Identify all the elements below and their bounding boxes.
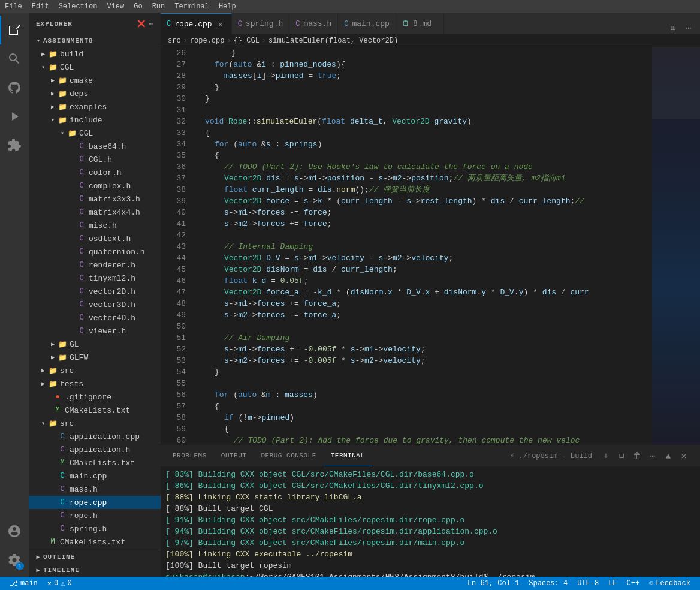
sidebar-item-appcpp[interactable]: ▶ C application.cpp (29, 430, 161, 443)
breadcrumb-cgl[interactable]: {} CGL (234, 37, 260, 45)
sidebar-item-osdh[interactable]: ▶ C osdtext.h (29, 232, 161, 245)
panel-tab-debug[interactable]: DEBUG CONSOLE (254, 445, 323, 466)
sidebar-item-massh[interactable]: ▶ C mass.h (29, 483, 161, 496)
sidebar-item-cmake-root[interactable]: ▶ M CMakeLists.txt (29, 404, 161, 417)
status-line-ending[interactable]: LF (604, 577, 621, 590)
tab-rope-cpp[interactable]: C rope.cpp ✕ (161, 13, 232, 34)
menu-file[interactable]: File (5, 2, 22, 11)
sidebar-item-gl[interactable]: ▶ 📁 GL (29, 338, 161, 351)
ropeh-label: rope.h (70, 511, 156, 520)
panel-tab-problems[interactable]: PROBLEMS (165, 445, 214, 466)
new-file-icon[interactable]: ❌ (137, 20, 146, 28)
sidebar-item-springh[interactable]: ▶ C spring.h (29, 522, 161, 535)
panel-tab-terminal[interactable]: TERMINAL (324, 445, 372, 466)
more-btn[interactable]: ⋯ (682, 21, 695, 34)
sidebar-item-cgl[interactable]: ▾ 📁 CGL (29, 61, 161, 74)
activity-git[interactable] (0, 73, 29, 102)
status-errors[interactable]: ✕ 0 ⚠ 0 (43, 577, 77, 590)
activity-accounts[interactable] (0, 517, 29, 546)
sidebar-item-matrix3h[interactable]: ▶ C matrix3x3.h (29, 192, 161, 206)
sidebar-item-ropeh[interactable]: ▶ C rope.h (29, 509, 161, 522)
sidebar-item-matrix4h[interactable]: ▶ C matrix4x4.h (29, 206, 161, 219)
sidebar-item-cglh[interactable]: ▶ C CGL.h (29, 153, 161, 166)
panel-maximize-btn[interactable]: ▲ (662, 450, 675, 463)
timeline-header[interactable]: ▶ Timeline (29, 564, 161, 577)
menu-selection[interactable]: Selection (59, 2, 98, 11)
panel-tab-output[interactable]: OUTPUT (214, 445, 254, 466)
sidebar-item-apph[interactable]: ▶ C application.h (29, 443, 161, 456)
activity-search[interactable] (0, 44, 29, 73)
sidebar-item-cmake[interactable]: ▶ 📁 cmake (29, 74, 161, 87)
activity-extensions[interactable] (0, 131, 29, 159)
sidebar-item-base64h[interactable]: ▶ C base64.h (29, 140, 161, 153)
sidebar-item-tinyh[interactable]: ▶ C tinyxml2.h (29, 272, 161, 285)
sidebar-item-src-open[interactable]: ▾ 📁 src (29, 417, 161, 430)
sidebar-item-src-top[interactable]: ▶ 📁 src (29, 364, 161, 377)
activity-explorer[interactable] (0, 16, 29, 44)
breadcrumb-src[interactable]: src (168, 37, 181, 45)
menu-help[interactable]: Help (219, 2, 236, 11)
ln-31: 31 (161, 104, 186, 116)
editor-content[interactable]: 26 27 28 29 30 31 32 33 34 35 36 37 38 3… (161, 47, 700, 445)
sidebar-item-deps[interactable]: ▶ 📁 deps (29, 87, 161, 100)
split-editor-btn[interactable]: ⊞ (666, 21, 680, 34)
panel-more-btn[interactable]: ⋯ (646, 450, 659, 463)
panel-add-btn[interactable]: + (599, 450, 612, 463)
menu-go[interactable]: Go (134, 2, 142, 11)
code-area[interactable]: } for(auto &i : pinned_nodes){ masses[i]… (191, 47, 652, 445)
tab-spring-h[interactable]: C spring.h (232, 13, 290, 34)
outline-header[interactable]: ▶ Outline (29, 550, 161, 564)
sidebar-item-quath[interactable]: ▶ C quaternion.h (29, 245, 161, 258)
activity-run[interactable] (0, 102, 29, 131)
panel-close-btn[interactable]: ✕ (677, 450, 690, 463)
titlebar-menu[interactable]: File Edit Selection View Go Run Terminal… (5, 2, 236, 11)
status-feedback[interactable]: ☺ Feedback (644, 577, 695, 590)
minimap-slider[interactable] (652, 47, 700, 119)
status-spaces[interactable]: Spaces: 4 (524, 577, 572, 590)
menu-terminal[interactable]: Terminal (174, 2, 209, 11)
sidebar-item-vec4h[interactable]: ▶ C vector4D.h (29, 311, 161, 324)
menu-run[interactable]: Run (152, 2, 165, 11)
sidebar-header-actions[interactable]: ❌ ⋯ (137, 20, 153, 28)
collapse-all-icon[interactable]: ⋯ (149, 20, 153, 28)
tab-8md[interactable]: 🗒 8.md (396, 13, 444, 34)
sidebar-item-vec3h[interactable]: ▶ C vector3D.h (29, 298, 161, 311)
status-line-col[interactable]: Ln 61, Col 1 (463, 577, 524, 590)
sidebar-item-tests[interactable]: ▶ 📁 tests (29, 377, 161, 390)
sidebar-item-cmake-last[interactable]: ▶ M CMakeLists.txt (29, 535, 161, 549)
sidebar-item-ropecpp[interactable]: ▶ C rope.cpp (29, 496, 161, 509)
status-encoding[interactable]: UTF-8 (572, 577, 604, 590)
activity-settings[interactable]: 1 (0, 546, 29, 574)
sidebar-item-glfw[interactable]: ▶ 📁 GLFW (29, 351, 161, 364)
terminal-content[interactable]: [ 83%] Building CXX object CGL/src/CMake… (161, 466, 700, 577)
sidebar-item-cmake-src[interactable]: ▶ M CMakeLists.txt (29, 456, 161, 469)
sidebar-item-misch[interactable]: ▶ C misc.h (29, 219, 161, 232)
panel-trash-btn[interactable]: 🗑 (630, 450, 644, 463)
tab-mass-h[interactable]: C mass.h (289, 13, 338, 34)
panel-split-btn[interactable]: ⊟ (615, 450, 628, 463)
tab-main-cpp[interactable]: C main.cpp (338, 13, 396, 34)
breadcrumb-ropecpp[interactable]: rope.cpp (190, 37, 225, 45)
tab-rope-cpp-close[interactable]: ✕ (216, 19, 225, 29)
sidebar-item-examples[interactable]: ▶ 📁 examples (29, 100, 161, 113)
sidebar-root[interactable]: ▾ ASSIGNMENT8 (29, 34, 161, 47)
sidebar-item-colorh[interactable]: ▶ C color.h (29, 166, 161, 179)
sidebar-item-maincpp[interactable]: ▶ C main.cpp (29, 469, 161, 483)
sidebar-item-include[interactable]: ▾ 📁 include (29, 113, 161, 127)
sidebar-item-renderh[interactable]: ▶ C renderer.h (29, 258, 161, 272)
sidebar-item-vec2h[interactable]: ▶ C vector2D.h (29, 285, 161, 298)
terminal-shell-label: ⚡ ./ropesim - build (510, 451, 592, 460)
sidebar-item-complexh[interactable]: ▶ C complex.h (29, 179, 161, 192)
sidebar-item-build[interactable]: ▶ 📁 build (29, 47, 161, 61)
sidebar-item-cgl-sub[interactable]: ▾ 📁 CGL (29, 127, 161, 140)
status-language[interactable]: C++ (622, 577, 645, 590)
sidebar-item-gitignore[interactable]: ▶ ● .gitignore (29, 390, 161, 404)
status-branch[interactable]: ⎇ main (5, 577, 43, 590)
breadcrumb-func[interactable]: simulateEuler(float, Vector2D) (268, 37, 398, 45)
menu-view[interactable]: View (107, 2, 124, 11)
minimap[interactable] (652, 47, 700, 445)
sidebar-item-viewerh[interactable]: ▶ C viewer.h (29, 324, 161, 338)
ln-48: 48 (161, 298, 186, 309)
menu-edit[interactable]: Edit (32, 2, 49, 11)
apph-label: application.h (70, 445, 156, 454)
